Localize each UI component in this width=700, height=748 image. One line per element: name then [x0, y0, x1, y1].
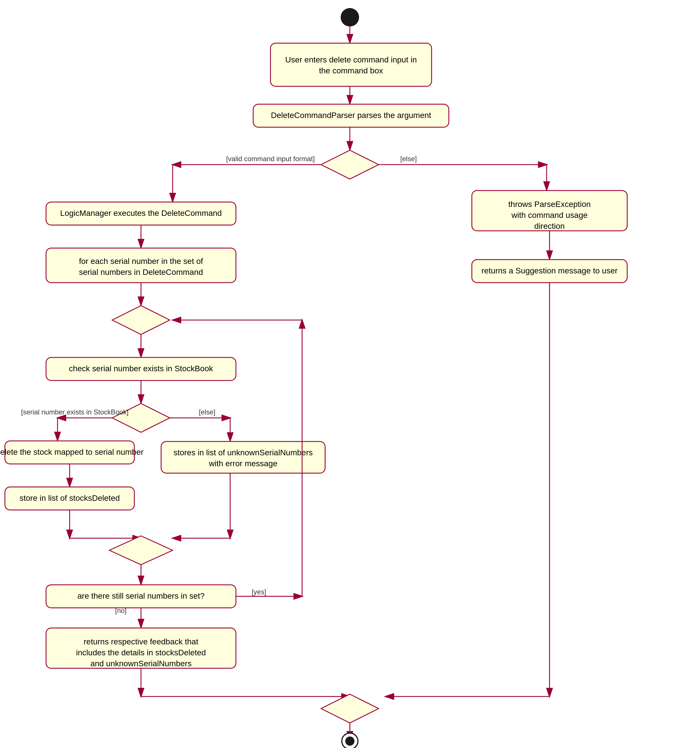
node-user-input: [270, 43, 431, 86]
diamond-still-serial: [109, 536, 173, 565]
label-else2: [else]: [199, 408, 215, 416]
label-else1: [else]: [400, 155, 417, 163]
text-returns-feedback1: returns respective feedback that: [84, 637, 199, 646]
start-node: [341, 8, 359, 26]
diagram-container: User enters delete command input in the …: [0, 0, 700, 748]
text-store-unknown1: stores in list of unknownSerialNumbers: [173, 448, 313, 457]
text-foreach1: for each serial number in the set of: [79, 257, 203, 266]
text-delete-stock: delete the stock mapped to serial number: [0, 447, 144, 456]
diamond-serial-exists: [112, 403, 170, 432]
diamond-final: [321, 694, 379, 723]
node-store-unknown: [161, 441, 325, 473]
label-yes: [yes]: [252, 588, 266, 596]
text-user-input2: the command box: [319, 66, 383, 75]
end-inner: [345, 736, 354, 746]
text-throws-parse2: with command usage: [511, 211, 588, 220]
diamond-valid: [321, 150, 379, 179]
text-returns-feedback2: includes the details in stocksDeleted: [76, 648, 206, 657]
label-valid: [valid command input format]: [226, 155, 315, 163]
text-foreach2: serial numbers in DeleteCommand: [79, 268, 203, 277]
text-returns-suggestion: returns a Suggestion message to user: [481, 266, 617, 275]
text-throws-parse3: direction: [534, 222, 565, 231]
diamond-loop: [112, 306, 170, 334]
text-still-serial: are there still serial numbers in set?: [77, 591, 205, 601]
label-no: [no]: [115, 607, 127, 614]
text-parser: DeleteCommandParser parses the argument: [271, 111, 431, 120]
text-user-input: User enters delete command input in: [285, 55, 417, 64]
text-logic-manager: LogicManager executes the DeleteCommand: [60, 209, 222, 217]
text-throws-parse1: throws ParseException: [509, 200, 591, 209]
text-returns-feedback3: and unknownSerialNumbers: [90, 659, 191, 668]
text-check-serial: check serial number exists in StockBook: [69, 364, 213, 373]
text-store-unknown2: with error message: [209, 459, 277, 468]
label-serial-exists: [serial number exists in StockBook]: [21, 408, 129, 416]
text-store-deleted: store in list of stocksDeleted: [20, 494, 120, 503]
